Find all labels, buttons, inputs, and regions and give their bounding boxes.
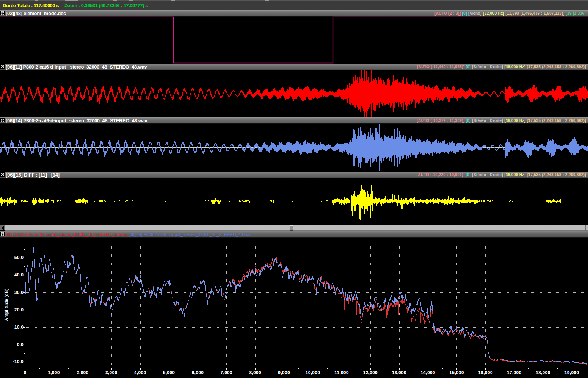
svg-text:40.0: 40.0 bbox=[14, 272, 24, 278]
svg-text:8,000: 8,000 bbox=[249, 370, 261, 375]
svg-text:50.0: 50.0 bbox=[14, 255, 24, 260]
svg-text:13,000: 13,000 bbox=[392, 370, 406, 375]
svg-text:-10.0: -10.0 bbox=[13, 359, 24, 364]
svg-text:11,000: 11,000 bbox=[334, 370, 349, 375]
svg-text:18,000: 18,000 bbox=[536, 370, 550, 375]
svg-text:4,000: 4,000 bbox=[134, 370, 146, 375]
svg-text:16,000: 16,000 bbox=[478, 370, 493, 375]
svg-text:5,000: 5,000 bbox=[163, 370, 175, 375]
svg-text:6,000: 6,000 bbox=[192, 370, 204, 375]
svg-text:10,000: 10,000 bbox=[306, 370, 320, 375]
svg-text:0: 0 bbox=[24, 370, 27, 375]
svg-text:10.0: 10.0 bbox=[14, 325, 24, 330]
svg-text:1,000: 1,000 bbox=[48, 370, 60, 375]
svg-text:15,000: 15,000 bbox=[449, 370, 464, 375]
svg-text:9,000: 9,000 bbox=[278, 370, 290, 375]
svg-text:12,000: 12,000 bbox=[363, 370, 378, 375]
svg-text:Amplitude (dB): Amplitude (dB) bbox=[4, 289, 9, 321]
svg-text:14,000: 14,000 bbox=[420, 370, 435, 375]
svg-text:0.0: 0.0 bbox=[17, 342, 24, 347]
svg-text:3,000: 3,000 bbox=[105, 370, 118, 375]
svg-text:7,000: 7,000 bbox=[221, 370, 233, 375]
svg-text:20.0: 20.0 bbox=[14, 307, 24, 312]
svg-text:17,000: 17,000 bbox=[507, 370, 522, 375]
svg-text:30.0: 30.0 bbox=[14, 290, 24, 295]
svg-text:2,000: 2,000 bbox=[77, 370, 89, 375]
svg-text:19,000: 19,000 bbox=[564, 370, 579, 375]
